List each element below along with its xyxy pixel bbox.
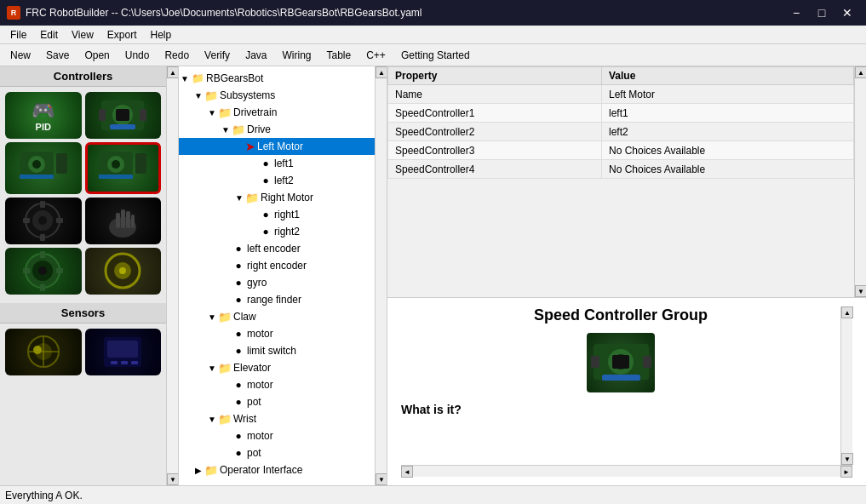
tree-node-right-encoder[interactable]: ●right encoder [179,257,375,274]
toolbar-table[interactable]: Table [320,48,358,63]
svg-rect-48 [131,361,138,364]
prop-value-4[interactable]: No Choices Available [602,160,854,179]
expander[interactable]: ▼ [233,192,245,203]
prop-value-3[interactable]: No Choices Available [602,141,854,160]
tree-node-elevator[interactable]: ▼📁Elevator [179,359,375,376]
tree-node-claw[interactable]: ▼📁Claw [179,308,375,325]
hand-controller[interactable] [85,198,162,244]
tree-label-wrist-motor: motor [247,430,273,442]
maximize-button[interactable]: □ [810,4,834,21]
close-button[interactable]: ✕ [835,4,859,21]
tree-node-wrist-motor[interactable]: ●motor [179,427,375,444]
tree-node-elevator-motor[interactable]: ●motor [179,376,375,393]
desc-scroll-down[interactable]: ▼ [841,453,853,465]
tree-label-drive: Drive [247,123,271,135]
tree-node-wrist[interactable]: ▼📁Wrist [179,410,375,427]
tree-scroll-up[interactable]: ▲ [376,66,387,78]
pid-controller[interactable]: 🎮 PID [5,92,82,139]
description-panel: Speed Controller Group [387,298,866,485]
prop-value-1[interactable]: left1 [602,104,854,123]
sensor-blue[interactable] [85,329,162,375]
prop-value-0[interactable]: Left Motor [602,85,854,104]
left-scroll-down[interactable]: ▼ [167,473,179,485]
tree-node-operator-interface[interactable]: ▶📁Operator Interface [179,461,375,478]
tree-label-gyro: gyro [247,277,267,289]
desc-scroll-right[interactable]: ► [840,466,852,478]
motor-controller[interactable] [85,92,162,139]
toolbar-undo[interactable]: Undo [118,48,157,63]
expander[interactable]: ▼ [206,106,218,118]
expander[interactable]: ▼ [206,311,218,323]
multi-motor-controller[interactable] [5,142,82,194]
right-panel: Property Value NameLeft MotorSpeedContro… [387,66,866,485]
toolbar-getting-started[interactable]: Getting Started [394,48,477,63]
tree-node-pot[interactable]: ●pot [179,393,375,410]
no-expander [247,158,259,169]
toolbar-cpp[interactable]: C++ [359,48,393,63]
sensor-yellow[interactable] [5,329,82,375]
toolbar-java[interactable]: Java [238,48,273,63]
expander[interactable]: ▼ [206,413,218,425]
tree-node-left1[interactable]: ●left1 [179,155,375,172]
leaf-bullet: ● [232,345,245,357]
tree-node-left-motor[interactable]: ➤Left Motor [179,138,375,155]
props-scroll-up[interactable]: ▲ [855,66,866,78]
left-scroll-up[interactable]: ▲ [167,66,179,78]
menu-file[interactable]: File [3,27,33,43]
minimize-button[interactable]: − [784,4,808,21]
menu-view[interactable]: View [65,27,100,43]
yellow-controller[interactable] [85,248,162,295]
sensors-title: Sensors [0,303,166,324]
toolbar-verify[interactable]: Verify [198,48,237,63]
toolbar-wiring[interactable]: Wiring [275,48,318,63]
menu-edit[interactable]: Edit [33,27,65,43]
prop-name-3: SpeedController3 [388,141,602,160]
toolbar-save[interactable]: Save [39,48,76,63]
desc-title: Speed Controller Group [401,306,840,324]
tree-node-drive[interactable]: ▼📁Drive [179,121,375,138]
tree-scroll-down[interactable]: ▼ [376,473,387,485]
tree-node-left2[interactable]: ●left2 [179,172,375,189]
multi-motor-selected[interactable] [85,142,162,194]
expander[interactable]: ▼ [179,72,191,84]
tree-node-right-motor[interactable]: ▼📁Right Motor [179,189,375,206]
expander[interactable]: ▼ [206,362,218,374]
gear-controller[interactable] [5,198,82,244]
prop-value-2[interactable]: left2 [602,123,854,141]
toolbar: New Save Open Undo Redo Verify Java Wiri… [0,44,866,66]
svg-rect-20 [40,201,45,208]
menu-export[interactable]: Export [100,27,144,43]
expander[interactable]: ▼ [192,89,204,101]
prop-row-1: SpeedController1left1 [388,104,854,123]
folder-icon: 📁 [218,311,232,323]
expander[interactable]: ▼ [220,123,232,135]
tree-node-range-finder[interactable]: ●range finder [179,291,375,308]
desc-scroll-up[interactable]: ▲ [841,306,853,318]
leaf-bullet: ● [259,158,272,169]
tree-node-rbgearsbot[interactable]: ▼📁RBGearsBot [179,70,375,87]
tree-node-drivetrain[interactable]: ▼📁Drivetrain [179,104,375,121]
expander[interactable]: ▶ [192,464,204,476]
toolbar-redo[interactable]: Redo [158,48,196,63]
tree-node-left-encoder[interactable]: ●left encoder [179,240,375,257]
tree-node-gyro[interactable]: ●gyro [179,274,375,291]
prop-name-1: SpeedController1 [388,104,602,123]
menu-help[interactable]: Help [144,27,179,43]
title-bar: R FRC RobotBuilder -- C:\Users\Joe\Docum… [0,0,866,26]
props-scroll-down[interactable]: ▼ [855,285,866,297]
toolbar-new[interactable]: New [3,48,37,63]
gear-green-controller[interactable] [5,248,82,295]
prop-row-0: NameLeft Motor [388,85,854,104]
tree-node-wrist-pot[interactable]: ●pot [179,444,375,461]
tree-node-right2[interactable]: ●right2 [179,223,375,240]
desc-scroll-left[interactable]: ◄ [401,466,413,478]
tree-node-subsystems[interactable]: ▼📁Subsystems [179,87,375,104]
toolbar-open[interactable]: Open [77,48,116,63]
prop-row-3: SpeedController3No Choices Available [388,141,854,160]
tree-node-limit-switch[interactable]: ●limit switch [179,342,375,359]
folder-icon: 📁 [218,106,232,118]
svg-rect-54 [643,356,651,368]
tree-node-right1[interactable]: ●right1 [179,206,375,223]
svg-rect-6 [110,124,135,129]
tree-node-claw-motor[interactable]: ●motor [179,325,375,342]
